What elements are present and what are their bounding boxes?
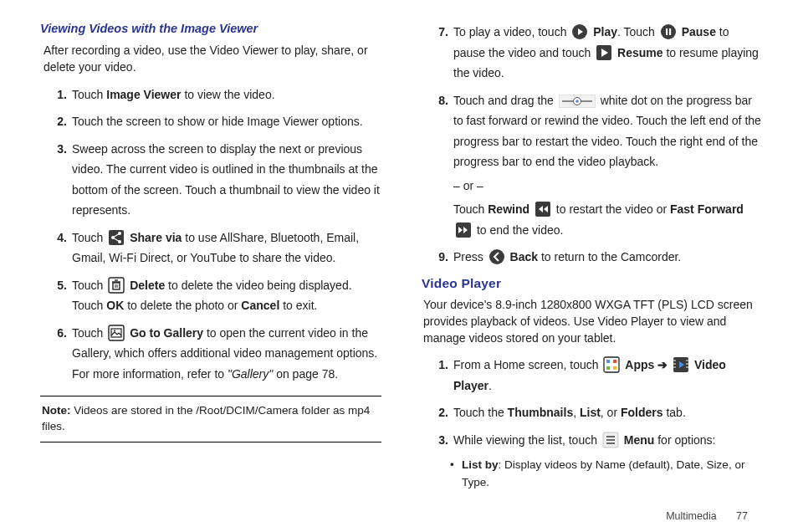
step-8: Touch and drag the white dot on the prog… [442,90,763,241]
menu-icon [602,432,619,448]
text: Press [453,250,487,263]
bold: Cancel [241,299,279,312]
text: tab. [663,406,686,419]
section-heading: Video Player [422,276,763,291]
note-label: Note: [42,404,71,417]
bold: Fast Forward [670,202,744,216]
delete-icon [108,277,125,294]
svg-rect-44 [686,366,688,368]
bold: Image Viewer [106,88,181,101]
text: While viewing the list, touch [453,433,601,447]
text: Touch and drag the [453,94,557,107]
bold: Delete [130,279,165,292]
bold: Apps [625,358,654,371]
svg-rect-7 [113,283,120,289]
svg-rect-39 [673,360,676,361]
text: Touch the [453,406,508,419]
text: to return to the Camcorder. [538,250,681,263]
section-intro: Your device's 8.9-inch 1280x800 WXGA TFT… [423,296,763,347]
svg-rect-35 [613,360,616,363]
bold: Share via [130,231,182,244]
steps-list-left: Touch Image Viewer to view the video. To… [40,84,381,385]
rewind-icon [535,201,551,217]
pause-icon [660,23,677,40]
bold: Go to Gallery [130,326,203,340]
bold: Menu [624,433,655,447]
text: , or [601,406,621,419]
text: : Display videos by Name (default), Date… [462,458,744,488]
text: for options: [654,433,715,447]
text: Touch [72,231,106,244]
svg-rect-19 [669,28,671,35]
video-player-icon [673,356,689,373]
text: to view the video. [182,88,275,101]
text: From a Home screen, touch [453,358,601,371]
page-footer: Multimedia 77 [666,510,748,522]
note-text: Videos are stored in the /Root/DCIM/Came… [42,404,370,432]
right-column: To play a video, touch Play. Touch Pause… [422,22,763,491]
text: To play a video, touch [453,25,570,38]
svg-rect-18 [666,28,668,35]
text: Touch [453,202,488,216]
text: to end the video. [473,223,563,237]
text: . [489,379,492,392]
gallery-icon [108,325,125,341]
bold: List by [462,458,499,471]
vp-step-2: Touch the Thumbnails, List, or Folders t… [442,402,763,423]
svg-point-25 [575,100,579,103]
text: to restart the video or [553,202,670,216]
svg-rect-13 [111,329,121,337]
italic: "Gallery" [228,367,273,381]
subsection-heading: Viewing Videos with the Image Viewer [40,22,381,35]
bold: Folders [621,406,663,419]
intro-text: After recording a video, use the Video V… [43,42,381,76]
note-box: Note: Videos are stored in the /Root/DCI… [40,396,381,442]
bold: List [580,406,601,419]
bullet-list-by: List by: Display videos by Name (default… [453,457,763,491]
apps-icon [603,356,620,373]
step-7: To play a video, touch Play. Touch Pause… [442,22,763,84]
svg-rect-41 [673,366,676,368]
text: on page 78. [273,367,338,381]
or-divider: – or – [453,176,763,197]
fast-forward-icon [455,222,472,238]
vp-step-3: While viewing the list, touch Menu for o… [442,430,763,451]
arrow: ➔ [654,358,671,371]
svg-rect-34 [606,360,610,363]
share-icon [108,229,125,246]
step-1: Touch Image Viewer to view the video. [60,84,381,105]
page-body: Viewing Videos with the Image Viewer Aft… [0,0,798,499]
bold: Play [593,25,617,38]
progress-slider-icon [559,93,596,110]
footer-section: Multimedia [666,510,716,522]
back-icon [489,248,505,265]
footer-page-number: 77 [736,510,748,522]
text: . Touch [617,25,658,38]
svg-rect-0 [109,230,124,245]
svg-point-14 [114,330,115,331]
svg-rect-42 [686,360,688,361]
text: Touch [72,88,106,101]
step-6: Touch Go to Gallery to open the current … [60,323,381,385]
bold: Resume [617,46,662,59]
step-5: Touch Delete to delete the video being d… [60,275,381,316]
text: , [573,406,580,419]
text: Touch [72,279,106,292]
step-3: Sweep across the screen to display the n… [60,139,381,221]
bold: Rewind [488,202,529,216]
step-2: Touch the screen to show or hide Image V… [60,111,381,132]
svg-point-32 [489,249,504,264]
text: to exit. [279,299,317,312]
bold: Back [510,250,538,263]
bold: Thumbnails [508,406,574,419]
vp-step-1: From a Home screen, touch Apps ➔ Video P… [442,355,763,396]
play-icon [571,23,588,40]
svg-rect-36 [606,366,610,370]
svg-rect-33 [604,357,619,372]
step-9: Press Back to return to the Camcorder. [442,247,763,268]
svg-rect-40 [673,363,676,365]
text: to delete the photo or [124,299,241,312]
step-8-alt: Touch Rewind to restart the video or Fas… [453,199,763,240]
video-player-steps: From a Home screen, touch Apps ➔ Video P… [422,355,763,450]
svg-point-17 [661,24,676,39]
